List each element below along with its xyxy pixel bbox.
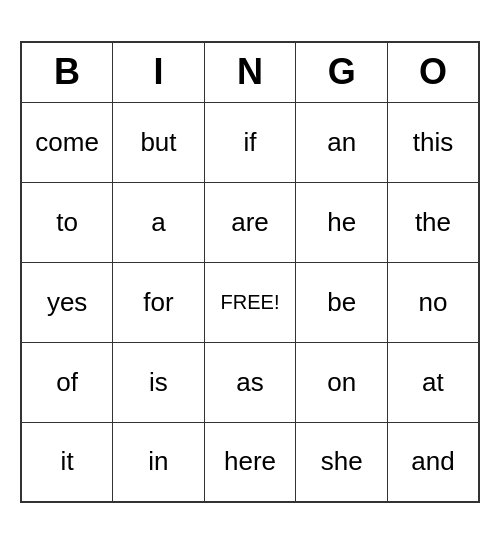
cell-0-2: if: [204, 102, 296, 182]
cell-2-0: yes: [21, 262, 113, 342]
cell-1-1: a: [113, 182, 204, 262]
row-0: comebutifanthis: [21, 102, 479, 182]
header-row: B I N G O: [21, 42, 479, 102]
cell-0-3: an: [296, 102, 388, 182]
bingo-card: B I N G O comebutifanthistoaarehetheyesf…: [20, 41, 480, 503]
cell-4-4: and: [387, 422, 479, 502]
bingo-body: comebutifanthistoaarehetheyesforFREE!ben…: [21, 102, 479, 502]
col-o: O: [387, 42, 479, 102]
cell-1-3: he: [296, 182, 388, 262]
col-b: B: [21, 42, 113, 102]
cell-0-0: come: [21, 102, 113, 182]
cell-2-1: for: [113, 262, 204, 342]
cell-4-0: it: [21, 422, 113, 502]
col-n: N: [204, 42, 296, 102]
row-1: toaarehethe: [21, 182, 479, 262]
cell-3-4: at: [387, 342, 479, 422]
col-g: G: [296, 42, 388, 102]
cell-2-4: no: [387, 262, 479, 342]
cell-1-4: the: [387, 182, 479, 262]
cell-4-2: here: [204, 422, 296, 502]
row-2: yesforFREE!beno: [21, 262, 479, 342]
cell-3-3: on: [296, 342, 388, 422]
cell-3-0: of: [21, 342, 113, 422]
col-i: I: [113, 42, 204, 102]
cell-3-2: as: [204, 342, 296, 422]
cell-4-1: in: [113, 422, 204, 502]
row-4: itinheresheand: [21, 422, 479, 502]
row-3: ofisasonat: [21, 342, 479, 422]
cell-1-2: are: [204, 182, 296, 262]
cell-3-1: is: [113, 342, 204, 422]
cell-4-3: she: [296, 422, 388, 502]
cell-0-4: this: [387, 102, 479, 182]
cell-2-3: be: [296, 262, 388, 342]
cell-1-0: to: [21, 182, 113, 262]
cell-0-1: but: [113, 102, 204, 182]
cell-2-2: FREE!: [204, 262, 296, 342]
